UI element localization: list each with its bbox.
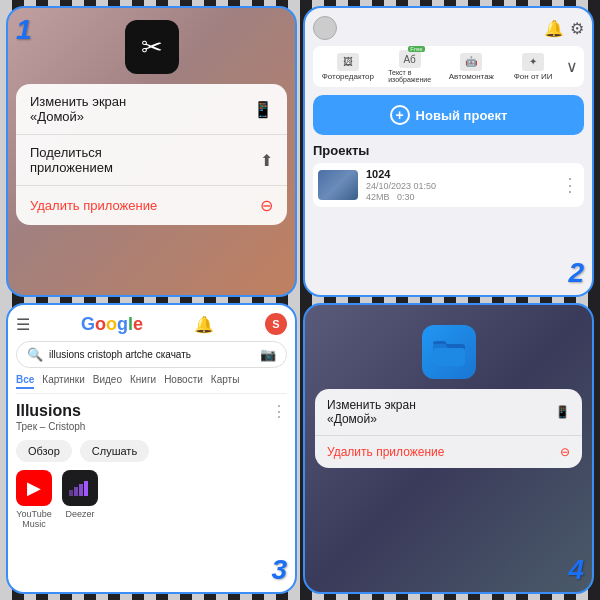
user-avatar-google[interactable]: S [265,313,287,335]
header-icons: 🔔 ⚙ [544,19,584,38]
project-date: 24/10/2023 01:50 [366,181,553,191]
svg-rect-0 [69,490,73,496]
quadrant-2: 🔔 ⚙ 🖼 Фоторедактор Free Аб Текст визобра… [303,6,594,297]
filter-images[interactable]: Картинки [42,374,84,389]
tool-text-image[interactable]: Free Аб Текст визображение [381,50,439,83]
ai-bg-icon: ✦ [522,53,544,71]
svg-rect-2 [79,484,83,496]
filter-maps[interactable]: Карты [211,374,240,389]
svg-rect-3 [84,481,88,496]
automontage-icon: 🤖 [460,53,482,71]
menu-item-4-home[interactable]: Изменить экран«Домой» 📱 [315,389,582,436]
result-header: Illusions Трек – Cristoph ⋮ [16,402,287,438]
more-vert-icon[interactable]: ⋮ [271,402,287,421]
filter-books[interactable]: Книги [130,374,156,389]
listen-button[interactable]: Слушать [80,440,149,462]
tool-automontage[interactable]: 🤖 Автомонтаж [443,53,501,81]
deezer-label: Deezer [65,509,94,519]
project-thumbnail [318,170,358,200]
capcut-app-icon[interactable]: ✂ [125,20,179,74]
more-icon[interactable]: ∨ [566,57,578,76]
deezer-item[interactable]: Deezer [62,470,98,529]
text-image-icon: Free Аб [399,50,421,68]
context-menu-4: Изменить экран«Домой» 📱 Удалить приложен… [315,389,582,468]
hamburger-icon[interactable]: ☰ [16,315,30,334]
delete-icon: ⊖ [260,196,273,215]
toolbar: 🖼 Фоторедактор Free Аб Текст визображени… [313,46,584,87]
number-1: 1 [16,14,32,46]
number-2: 2 [568,257,584,289]
tool-photo-editor[interactable]: 🖼 Фоторедактор [319,53,377,81]
youtube-music-item[interactable]: ▶ YouTubeMusic [16,470,52,529]
phone-icon-4: 📱 [555,405,570,419]
menu-item-delete-label: Удалить приложение [30,198,157,213]
menu-item-delete[interactable]: Удалить приложение ⊖ [16,186,287,225]
youtube-music-icon: ▶ [16,470,52,506]
menu-item-4-delete-label: Удалить приложение [327,445,444,459]
new-project-label: Новый проект [416,108,508,123]
result-subtitle: Трек – Cristoph [16,421,85,432]
svg-rect-6 [433,348,465,366]
scissors-icon: ✂ [141,32,163,63]
google-header: ☰ Google 🔔 S [16,313,287,335]
photo-editor-icon: 🖼 [337,53,359,71]
tool-photo-label: Фоторедактор [322,72,374,81]
filter-news[interactable]: Новости [164,374,203,389]
menu-item-home[interactable]: Изменить экран«Домой» 📱 [16,84,287,135]
phone-icon: 📱 [253,100,273,119]
filter-tabs: Все Картинки Видео Книги Новости Карты [16,374,287,394]
menu-item-4-delete[interactable]: Удалить приложение ⊖ [315,436,582,468]
tool-text-label: Текст визображение [388,69,431,83]
project-size: 42MB 0:30 [366,192,553,202]
tool-auto-label: Автомонтаж [449,72,494,81]
q2-header: 🔔 ⚙ [313,16,584,40]
overview-button[interactable]: Обзор [16,440,72,462]
bell-icon[interactable]: 🔔 [544,19,564,38]
result-actions: Обзор Слушать [16,440,287,462]
quadrant-1: 1 ✂ Изменить экран«Домой» 📱 Поделитьсяпр… [6,6,297,297]
files-app-icon[interactable] [422,325,476,379]
context-menu-1: Изменить экран«Домой» 📱 Поделитьсяприлож… [16,84,287,225]
quadrant-3: ☰ Google 🔔 S 🔍 illusions cristoph artche… [6,303,297,594]
number-3: 3 [271,554,287,586]
number-4: 4 [568,554,584,586]
menu-item-home-label: Изменить экран«Домой» [30,94,126,124]
menu-item-4-home-label: Изменить экран«Домой» [327,398,416,426]
gear-icon[interactable]: ⚙ [570,19,584,38]
youtube-music-label: YouTubeMusic [16,509,51,529]
svg-rect-1 [74,487,78,496]
share-icon: ⬆ [260,151,273,170]
search-bar[interactable]: 🔍 illusions cristoph artche скачать 📷 [16,341,287,368]
free-badge: Free [408,46,424,52]
google-logo: Google [81,314,143,335]
result-title: Illusions [16,402,85,420]
project-title: 1024 [366,168,553,180]
project-more-icon[interactable]: ⋮ [561,174,579,196]
project-item[interactable]: 1024 24/10/2023 01:50 42MB 0:30 ⋮ [313,163,584,207]
projects-heading: Проекты [313,143,584,158]
tool-ai-label: Фон от ИИ [514,72,553,81]
menu-item-share-label: Поделитьсяприложением [30,145,113,175]
project-info: 1024 24/10/2023 01:50 42MB 0:30 [366,168,553,202]
notification-icon[interactable]: 🔔 [194,315,214,334]
quadrant-4: Изменить экран«Домой» 📱 Удалить приложен… [303,303,594,594]
deezer-icon [62,470,98,506]
filter-video[interactable]: Видео [93,374,122,389]
result-main: Illusions Трек – Cristoph [16,402,85,438]
search-icon: 🔍 [27,347,43,362]
avatar-letter: S [272,318,279,330]
main-grid: 1 ✂ Изменить экран«Домой» 📱 Поделитьсяпр… [0,0,600,600]
tool-ai-bg[interactable]: ✦ Фон от ИИ [504,53,562,81]
user-avatar[interactable] [313,16,337,40]
plus-circle-icon: + [390,105,410,125]
menu-item-share[interactable]: Поделитьсяприложением ⬆ [16,135,287,186]
camera-icon[interactable]: 📷 [260,347,276,362]
new-project-button[interactable]: + Новый проект [313,95,584,135]
search-query: illusions cristoph artche скачать [49,349,254,360]
app-grid: ▶ YouTubeMusic Deezer [16,470,287,529]
filter-all[interactable]: Все [16,374,34,389]
delete-icon-4: ⊖ [560,445,570,459]
